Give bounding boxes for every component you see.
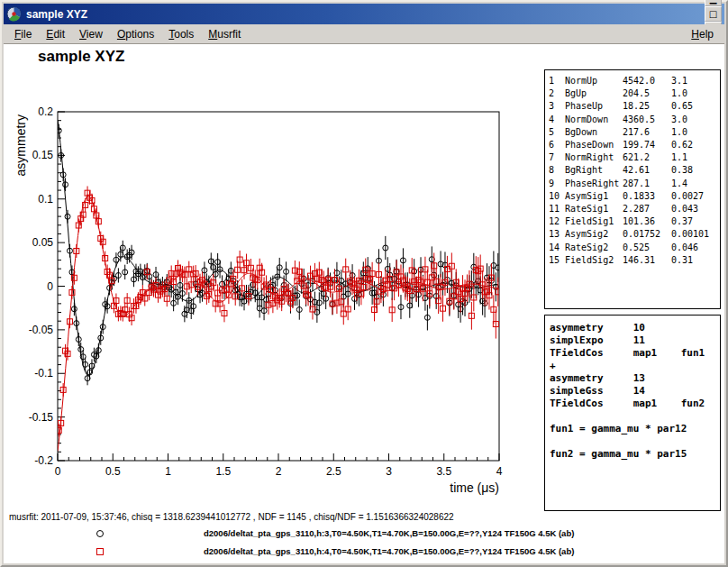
parameter-row: 6PhaseDown199.740.62 (549, 139, 720, 151)
plot-legend: d2006/deltat_pta_gps_3110,h:3,T0=4.50K,T… (4, 525, 724, 561)
legend-marker-circle (96, 530, 104, 537)
menu-item-tools[interactable]: Tools (161, 26, 201, 42)
fit-curve (58, 197, 498, 452)
plot-frame (58, 112, 499, 461)
svg-text:-0.2: -0.2 (34, 454, 53, 467)
parameter-row: 11RateSig12.2870.043 (549, 203, 720, 215)
legend-entry: d2006/deltat_pta_gps_3110,h:4,T0=4.50K,T… (4, 543, 724, 561)
svg-text:0.2: 0.2 (38, 105, 53, 118)
parameter-row: 13AsymSig20.017520.00101 (549, 228, 720, 241)
theory-line (550, 435, 720, 448)
svg-text:0.1: 0.1 (38, 193, 53, 206)
parameter-row: 9PhaseRight287.11.4 (549, 178, 720, 190)
legend-label: d2006/deltat_pta_gps_3110,h:4,T0=4.50K,T… (204, 546, 574, 556)
theory-line: + (550, 360, 720, 372)
parameter-row: 14RateSig20.5250.046 (549, 242, 720, 254)
svg-text:2.5: 2.5 (326, 465, 341, 478)
minimize-button[interactable]: ▁ (705, 0, 722, 6)
svg-text:0.15: 0.15 (32, 149, 54, 161)
menu-item-help[interactable]: Help (684, 26, 721, 42)
data-series-circle (56, 120, 501, 385)
asymmetry-plot: 0.20.150.10.050-0.05-0.1-0.15-0.200.511.… (4, 44, 542, 508)
theory-line: simplExpo 11 (550, 334, 720, 347)
parameter-row: 7NormRight621.21.1 (549, 151, 720, 164)
parameter-row: 10AsymSig10.18330.0027 (549, 190, 720, 203)
fit-status-line: musrfit: 2011-07-09, 15:37:46, chisq = 1… (9, 512, 454, 522)
menubar-items: FileEditViewOptionsToolsMusrfit (7, 26, 248, 42)
maximize-icon: □ (709, 10, 717, 19)
menu-item-view[interactable]: View (72, 26, 110, 42)
y-axis-title: asymmetry (14, 114, 28, 176)
plot-canvas[interactable]: 0.20.150.10.050-0.05-0.1-0.15-0.200.511.… (4, 44, 542, 508)
menu-item-options[interactable]: Options (110, 26, 161, 42)
svg-text:-0.1: -0.1 (34, 367, 53, 380)
svg-text:0.5: 0.5 (105, 465, 121, 478)
parameter-row: 2BgUp204.51.0 (549, 87, 720, 100)
svg-text:0: 0 (47, 280, 53, 293)
theory-line: TFieldCos map1 fun1 (550, 347, 720, 360)
app-window: sample XYZ ▁□× FileEditViewOptionsToolsM… (0, 0, 728, 567)
svg-text:1.5: 1.5 (215, 465, 231, 478)
parameter-row: 12FieldSig1101.360.37 (549, 215, 720, 228)
x-axis-title: time (μs) (450, 480, 499, 495)
svg-text:0: 0 (55, 465, 61, 478)
theory-line: asymmetry 10 (550, 322, 720, 334)
maximize-button[interactable]: □ (705, 6, 722, 22)
theory-line (550, 410, 720, 423)
parameter-rows: 1NormUp4542.03.12BgUp204.51.03PhaseUp18.… (549, 75, 720, 267)
data-series-square (56, 187, 501, 452)
svg-text:0.05: 0.05 (32, 236, 54, 249)
theory-line: fun2 = gamma_mu * par15 (550, 448, 720, 461)
theory-line: fun1 = gamma_mu * par12 (550, 423, 720, 435)
svg-text:1: 1 (165, 465, 171, 478)
parameter-row: 8BgRight42.610.38 (549, 164, 720, 177)
axis-ticks (58, 112, 499, 461)
parameter-row: 1NormUp4542.03.1 (549, 75, 720, 87)
legend-marker-square (96, 548, 104, 555)
parameter-row: 3PhaseUp18.250.65 (549, 100, 720, 113)
window-icon (6, 6, 22, 22)
menu-item-edit[interactable]: Edit (39, 26, 72, 42)
legend-entry: d2006/deltat_pta_gps_3110,h:3,T0=4.50K,T… (4, 525, 724, 543)
parameter-panel: 1NormUp4542.03.12BgUp204.51.03PhaseUp18.… (544, 69, 721, 309)
svg-text:4: 4 (496, 465, 503, 478)
theory-line: simpleGss 14 (550, 385, 720, 398)
content-area: sample XYZ 0.20.150.10.050-0.05-0.1-0.15… (4, 44, 724, 563)
menu-item-file[interactable]: File (7, 26, 39, 42)
legend-label: d2006/deltat_pta_gps_3110,h:3,T0=4.50K,T… (204, 528, 574, 538)
svg-text:3: 3 (386, 465, 392, 478)
parameter-row: 4NormDown4360.53.0 (549, 114, 720, 126)
theory-line: asymmetry 13 (550, 372, 720, 385)
axis-tick-labels: 0.20.150.10.050-0.05-0.1-0.15-0.200.511.… (29, 105, 503, 478)
parameter-row: 5BgDown217.61.0 (549, 126, 720, 139)
menu-item-musrfit[interactable]: Musrfit (201, 26, 248, 42)
menubar: FileEditViewOptionsToolsMusrfit Help (4, 24, 724, 44)
svg-text:3.5: 3.5 (436, 465, 451, 478)
theory-line: TFieldCos map1 fun2 (550, 398, 720, 410)
theory-lines: asymmetry 10simplExpo 11TFieldCos map1 f… (550, 322, 720, 461)
titlebar[interactable]: sample XYZ ▁□× (4, 4, 724, 24)
svg-text:2: 2 (276, 465, 282, 478)
svg-text:-0.15: -0.15 (29, 411, 54, 424)
svg-text:-0.05: -0.05 (29, 324, 54, 336)
parameter-row: 15FieldSig2146.310.31 (549, 254, 720, 267)
minimize-icon: ▁ (710, 0, 717, 4)
theory-panel: asymmetry 10simplExpo 11TFieldCos map1 f… (544, 315, 721, 511)
window-title: sample XYZ (26, 8, 703, 21)
